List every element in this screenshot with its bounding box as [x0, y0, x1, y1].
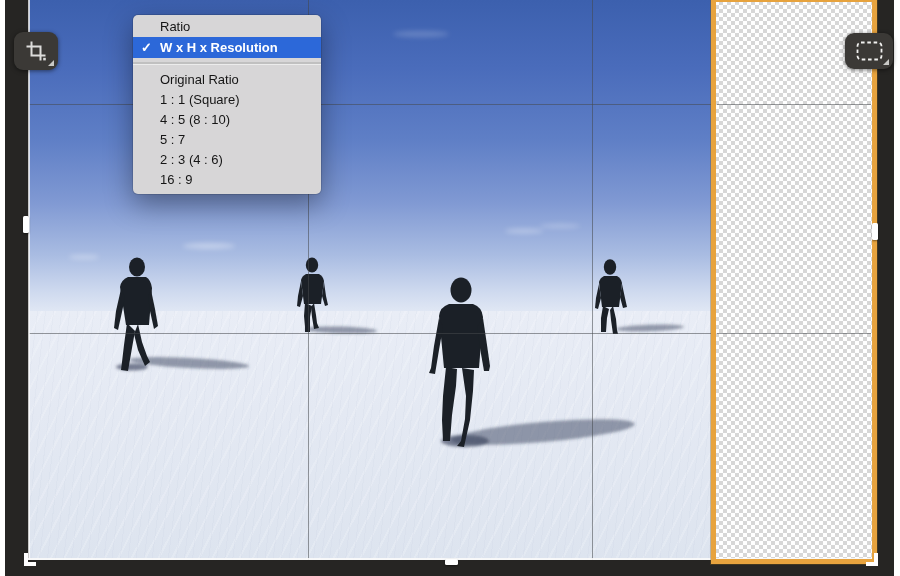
walking-figure-4 — [595, 259, 627, 334]
marquee-selection-icon — [856, 41, 883, 61]
selection-tool-button[interactable] — [845, 33, 893, 69]
walking-figure-1 — [114, 258, 158, 372]
ratio-menu: Ratio ✓ W x H x Resolution Original Rati… — [133, 15, 321, 194]
extended-crop-border[interactable] — [711, 0, 877, 564]
crop-grid-vertical-2 — [592, 0, 593, 560]
flyout-triangle-icon — [883, 59, 889, 65]
ratio-menu-item-wxh-resolution[interactable]: ✓ W x H x Resolution — [133, 37, 321, 58]
ratio-menu-item-1-1-square[interactable]: 1 : 1 (Square) — [133, 90, 321, 110]
crop-handle-right-middle[interactable] — [872, 223, 878, 240]
crop-handle-bottom-right-corner[interactable] — [866, 553, 878, 566]
ratio-menu-item-16-9[interactable]: 16 : 9 — [133, 170, 321, 190]
ratio-menu-item-2-3[interactable]: 2 : 3 (4 : 6) — [133, 150, 321, 170]
crop-icon — [25, 40, 47, 62]
crop-tool-button[interactable] — [14, 32, 58, 70]
crop-handle-bottom-middle[interactable] — [445, 559, 458, 565]
crop-grid-horizontal-2 — [29, 333, 711, 334]
ratio-menu-selected-label: W x H x Resolution — [160, 37, 278, 58]
ratio-menu-title: Ratio — [133, 15, 321, 37]
ratio-menu-item-5-7[interactable]: 5 : 7 — [133, 130, 321, 150]
walking-figure-3 — [429, 278, 490, 448]
ratio-menu-item-original-ratio[interactable]: Original Ratio — [133, 70, 321, 90]
photo-canvas[interactable] — [29, 0, 711, 560]
menu-separator — [133, 62, 321, 65]
checkmark-icon: ✓ — [133, 37, 160, 58]
crop-grid-horizontal-1 — [29, 104, 711, 105]
crop-handle-left-middle[interactable] — [23, 216, 29, 233]
ratio-menu-item-4-5[interactable]: 4 : 5 (8 : 10) — [133, 110, 321, 130]
crop-border-left[interactable] — [28, 0, 30, 560]
flyout-triangle-icon — [48, 60, 54, 66]
walking-figure-2 — [297, 258, 328, 333]
screenshot-stage: Ratio ✓ W x H x Resolution Original Rati… — [0, 0, 900, 576]
figure-shadows — [116, 324, 684, 450]
crop-handle-bottom-left-corner[interactable] — [24, 553, 36, 566]
photo-figures — [29, 0, 711, 560]
